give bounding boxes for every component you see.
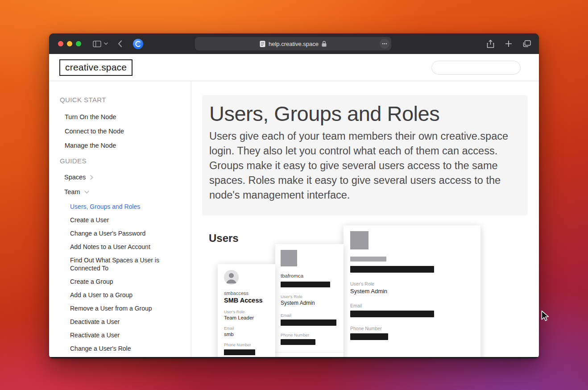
role-value: System Admin xyxy=(281,300,338,306)
desktop-wallpaper: help.creative.space xyxy=(0,0,588,390)
team-subitems: Users, Groups and Roles Create a User Ch… xyxy=(60,203,191,353)
page-body: QUICK START Turn On the Node Connect to … xyxy=(49,81,539,357)
sidebar-item-create-a-group[interactable]: Create a Group xyxy=(70,278,165,286)
mouse-cursor-icon xyxy=(541,311,551,321)
sidebar-item-turn-on-the-node[interactable]: Turn On the Node xyxy=(60,113,191,121)
user-card-redacted: User's Role System Admin Email Phone Num… xyxy=(344,225,480,357)
guides-section-title: GUIDES xyxy=(60,157,191,165)
close-window-button[interactable] xyxy=(58,41,63,46)
browser-window: help.creative.space xyxy=(49,33,539,358)
chevron-down-icon xyxy=(84,191,89,194)
sidebar-item-remove-a-user-from-a-group[interactable]: Remove a User from a Group xyxy=(70,304,165,312)
minimize-window-button[interactable] xyxy=(67,41,72,46)
email-label: Email xyxy=(281,313,338,318)
page-intro-text: Users give each of your team members the… xyxy=(209,129,517,202)
email-value: smb xyxy=(224,332,269,337)
sidebar-item-manage-the-node[interactable]: Manage the Node xyxy=(60,141,191,149)
redacted-name-bar xyxy=(350,266,434,273)
site-header: creative.space xyxy=(49,54,539,81)
browser-toolbar: help.creative.space xyxy=(49,33,539,54)
redacted-username-bar xyxy=(350,257,386,261)
sidebar-toggle-button[interactable] xyxy=(93,41,108,47)
role-value: System Admin xyxy=(350,288,474,295)
role-label: User's Role xyxy=(350,281,474,286)
sidebar-item-reactivate-a-user[interactable]: Reactivate a User xyxy=(70,331,165,339)
page-icon xyxy=(260,41,265,47)
chevron-down-icon xyxy=(104,42,108,45)
sidebar-item-deactivate-a-user[interactable]: Deactivate a User xyxy=(70,318,165,326)
redacted-phone-bar xyxy=(350,333,388,340)
article-content: Users, Groups and Roles Users give each … xyxy=(191,81,539,357)
user-card-tbafromca: tbafromca User's Role System Admin Email… xyxy=(275,244,344,357)
phone-label: Phone Number xyxy=(281,332,338,337)
phone-label: Phone Number xyxy=(350,326,474,331)
address-bar[interactable]: help.creative.space xyxy=(195,37,391,50)
help-sidebar: QUICK START Turn On the Node Connect to … xyxy=(49,81,191,357)
email-label: Email xyxy=(350,303,474,308)
redacted-email-bar xyxy=(281,319,336,326)
sidebar-toggle-icon xyxy=(93,41,101,47)
sidebar-item-add-a-user-to-a-group[interactable]: Add a User to a Group xyxy=(70,291,165,299)
tab-overview-button[interactable] xyxy=(523,40,531,47)
sidebar-item-label: Spaces xyxy=(64,173,86,181)
connections-label: Connections xyxy=(275,352,344,357)
sidebar-item-users-groups-and-roles[interactable]: Users, Groups and Roles xyxy=(70,203,165,211)
ellipsis-icon xyxy=(382,43,387,45)
quick-start-section-title: QUICK START xyxy=(60,96,191,104)
sidebar-item-label: Team xyxy=(64,188,80,196)
share-button[interactable] xyxy=(487,40,494,48)
avatar xyxy=(224,270,239,285)
search-input[interactable] xyxy=(437,61,526,74)
role-label: User's Role xyxy=(224,310,269,314)
avatar-placeholder xyxy=(281,250,297,266)
redacted-email-bar xyxy=(350,311,434,317)
page-title: Users, Groups and Roles xyxy=(209,101,517,126)
site-logo[interactable]: creative.space xyxy=(59,59,133,76)
email-label: Email xyxy=(224,326,269,331)
username: tbafromca xyxy=(281,273,338,278)
sidebar-item-team[interactable]: Team xyxy=(60,188,191,196)
sidebar-item-change-a-users-role[interactable]: Change a User's Role xyxy=(70,344,165,353)
window-controls xyxy=(58,41,81,46)
lock-icon xyxy=(322,41,327,47)
sidebar-item-create-a-user[interactable]: Create a User xyxy=(70,216,165,224)
avatar-placeholder xyxy=(350,231,369,249)
sidebar-item-spaces[interactable]: Spaces xyxy=(60,173,191,181)
username: smbaccess xyxy=(224,290,269,296)
phone-label: Phone Number xyxy=(224,343,269,347)
role-value: Team Leader xyxy=(224,315,269,320)
new-tab-button[interactable] xyxy=(505,40,512,47)
back-button[interactable] xyxy=(118,40,122,47)
redacted-phone-bar xyxy=(224,349,255,355)
redacted-phone-bar xyxy=(281,339,315,345)
web-page: creative.space QUICK START Turn On the N… xyxy=(49,54,539,357)
redacted-name-bar xyxy=(281,282,330,287)
site-favicon-icon xyxy=(133,39,143,49)
zoom-window-button[interactable] xyxy=(76,41,81,46)
user-card-smbaccess: smbaccess SMB Access User's Role Team Le… xyxy=(218,264,275,357)
address-text: help.creative.space xyxy=(269,41,319,47)
chevron-left-icon xyxy=(118,40,122,47)
role-label: User's Role xyxy=(281,294,338,299)
sidebar-item-find-out-what-spaces[interactable]: Find Out What Spaces a User is Connected… xyxy=(70,256,165,272)
display-name: SMB Access xyxy=(224,297,269,304)
search-field xyxy=(431,61,521,75)
page-settings-button[interactable] xyxy=(380,39,389,49)
sidebar-item-connect-to-the-node[interactable]: Connect to the Node xyxy=(60,127,191,135)
sidebar-item-add-notes-to-a-user-account[interactable]: Add Notes to a User Account xyxy=(70,243,165,251)
sidebar-item-change-a-users-password[interactable]: Change a User's Password xyxy=(70,229,165,237)
chevron-right-icon xyxy=(90,175,93,180)
article-hero: Users, Groups and Roles Users give each … xyxy=(202,95,528,216)
toolbar-right-buttons xyxy=(487,33,531,54)
